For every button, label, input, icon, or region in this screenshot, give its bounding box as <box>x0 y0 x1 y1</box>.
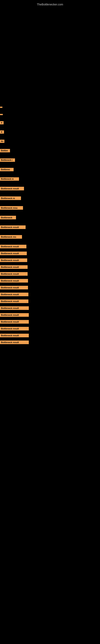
list-item: Bottleneck result <box>0 292 100 296</box>
bottleneck-result-label: Bottleneck re <box>0 196 21 200</box>
list-item: Bottleneck result <box>0 327 100 330</box>
list-item: Bo <box>0 140 100 143</box>
bottleneck-result-label: Bottleneck result <box>0 245 26 248</box>
bottleneck-result-label: Bottleneck resu <box>0 206 23 210</box>
bottleneck-result-label: Bottleneck result <box>0 300 28 303</box>
bottleneck-result-label: Bottleneck result <box>0 187 24 190</box>
list-item: Bottleneck result <box>0 286 100 290</box>
list-item: Bottleneck result <box>0 272 100 276</box>
list-item: Bottleneck result <box>0 226 100 229</box>
list-item: Bottleneck result <box>0 258 100 262</box>
bottleneck-result-label <box>0 114 3 115</box>
bottleneck-result-label: Bottleneck result <box>0 327 29 330</box>
bottleneck-result-label: Bottleneck result <box>0 334 29 337</box>
list-item: Bottleneck result <box>0 300 100 303</box>
bottleneck-result-label: Bottleneck result <box>0 340 29 344</box>
bottleneck-result-label: Bottleneck result <box>0 292 28 296</box>
bottleneck-items-container: B B Bo Bottlen Bottleneck r Bottlenec Bo… <box>0 107 100 344</box>
list-item: Bottleneck result <box>0 252 100 255</box>
list-item: Bottleneck re <box>0 196 100 200</box>
bottleneck-result-label: Bottleneck r <box>0 158 15 162</box>
bottleneck-result-label: B <box>0 130 4 134</box>
bottleneck-result-label: Bottleneck result <box>0 320 29 324</box>
bottleneck-result-label: Bottleneck result <box>0 313 29 317</box>
list-item: Bottleneck r <box>0 158 100 162</box>
list-item: Bottlenec <box>0 168 100 171</box>
list-item: Bottleneck result <box>0 279 100 282</box>
list-item <box>0 107 100 108</box>
list-item: Bottleneck result <box>0 265 100 269</box>
bottleneck-result-label <box>0 107 2 108</box>
list-item: Bottleneck result <box>0 334 100 337</box>
list-item: Bottleneck result <box>0 313 100 317</box>
bottleneck-result-label: Bottleneck result <box>0 286 28 290</box>
bottleneck-result-label: Bottleneck result <box>0 252 27 255</box>
list-item: Bottleneck result <box>0 340 100 344</box>
list-item: B <box>0 121 100 124</box>
bottleneck-result-label: Bottlenec <box>0 168 14 171</box>
list-item: Bottleneck result <box>0 306 100 310</box>
bottleneck-result-label: Bo <box>0 140 4 143</box>
list-item: Bottleneck result <box>0 320 100 324</box>
bottleneck-result-label: Bottleneck result <box>0 258 27 262</box>
bottleneck-result-label: Bottleneck result <box>0 272 28 276</box>
bottleneck-result-label: Bottleneck result <box>0 306 29 310</box>
list-item: Bottleneck res <box>0 235 100 239</box>
list-item: Bottlen <box>0 149 100 152</box>
bottleneck-result-label: Bottleneck result <box>0 279 28 282</box>
list-item: Bottleneck re <box>0 177 100 181</box>
bottleneck-result-label: B <box>0 121 3 124</box>
bottleneck-result-label: Bottleneck res <box>0 235 22 239</box>
site-title: TheBottlenecker.com <box>0 1 100 8</box>
list-item: B <box>0 130 100 134</box>
list-item <box>0 114 100 115</box>
bottleneck-result-label: Bottleneck result <box>0 265 28 269</box>
list-item: Bottleneck result <box>0 245 100 248</box>
list-item: Bottleneck <box>0 216 100 219</box>
list-item: Bottleneck resu <box>0 206 100 210</box>
bottleneck-result-label: Bottleneck re <box>0 177 19 181</box>
list-item: Bottleneck result <box>0 187 100 190</box>
bottleneck-result-label: Bottlen <box>0 149 10 152</box>
bottleneck-result-label: Bottleneck <box>0 216 16 219</box>
bottleneck-result-label: Bottleneck result <box>0 226 26 229</box>
